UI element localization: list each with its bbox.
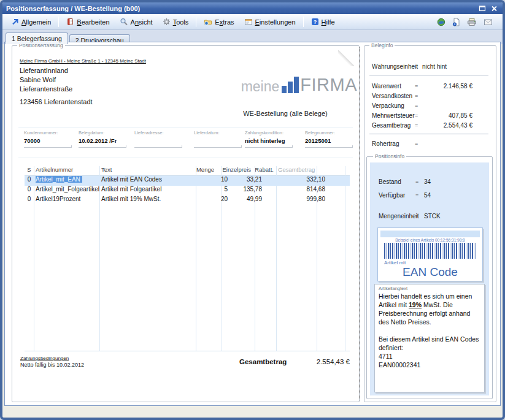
field-lieferdatum[interactable]: Lieferdatum: <box>194 130 245 148</box>
page-fold-corner <box>338 50 354 66</box>
row-label: Warenwert <box>372 83 401 90</box>
field-value: nicht hinterleg <box>245 137 296 145</box>
restore-button[interactable] <box>477 4 487 13</box>
barcode-card-header <box>380 231 480 237</box>
cell-s[interactable]: 0 <box>25 176 34 183</box>
company-logo: meine FIRMA <box>234 69 357 94</box>
menu-label: Bearbeiten <box>77 18 109 26</box>
row-label: Mengeneinheit <box>379 213 419 220</box>
paragraph-gap <box>379 326 480 335</box>
equals-sign: = <box>415 178 418 185</box>
cell-gesamtbetrag[interactable]: 332,10 <box>276 176 327 183</box>
artikellangtext-box[interactable]: Artikellangtext Hierbei handelt es sich … <box>374 284 485 392</box>
field-value: 70000 <box>24 137 75 145</box>
field-label: Kundennummer: <box>24 130 75 136</box>
menu-item-ansicht[interactable]: Ansicht <box>115 17 158 27</box>
column-header-einzelpreis[interactable]: Einzelpreis <box>222 166 253 173</box>
cell-einzelpreis[interactable]: 49,99 <box>222 196 264 202</box>
table-row[interactable]: 0 Artikel19Prozent Artikel mit 19% MwSt.… <box>25 196 350 205</box>
table-row-selected[interactable]: 0 Artikel_mit_EAN Artikel mit EAN Codes … <box>25 176 350 186</box>
equals-sign: = <box>415 63 418 69</box>
folder-ball-icon <box>204 18 212 26</box>
field-value <box>194 137 245 145</box>
address-line: LieferantInnland <box>20 66 72 75</box>
field-lieferadresse[interactable]: Lieferadresse: <box>134 130 186 148</box>
document-info-button[interactable] <box>452 18 460 26</box>
column-header-s[interactable]: S <box>25 166 34 173</box>
column-header-artikelnummer[interactable]: Artikelnummer <box>36 166 97 173</box>
field-label: Lieferadresse: <box>134 130 186 136</box>
toolbar-separator <box>58 17 59 27</box>
equals-sign: = <box>415 102 418 109</box>
cell-gesamtbetrag[interactable]: 999,80 <box>276 196 327 202</box>
group-label: Positionsinfo <box>373 153 406 159</box>
cell-text[interactable]: Artikel mit EAN Codes <box>101 176 193 183</box>
positionsinfo-row-verfuegbar: Verfügbar = 54 <box>370 192 489 200</box>
close-icon <box>491 6 498 12</box>
row-value: nicht hint <box>422 63 493 70</box>
magnifier-icon <box>120 18 128 26</box>
restore-icon <box>479 5 486 12</box>
cell-artikelnummer[interactable]: Artikel_mit_EAN <box>36 176 103 183</box>
menu-item-bearbeiten[interactable]: Bearbeiten <box>61 17 114 27</box>
table-row[interactable]: 0 Artikel_mit_Folgeartikel Artikel mit F… <box>25 186 350 196</box>
menu-item-hilfe[interactable]: ? Hilfe <box>306 17 340 27</box>
beleginfo-divider <box>369 75 488 75</box>
address-block: LieferantInnland Sabine Wolf Lieferanten… <box>20 66 72 94</box>
menu-item-einstellungen[interactable]: Einstellungen <box>239 17 301 27</box>
column-header-menge[interactable]: Menge <box>196 166 222 173</box>
cell-artikelnummer[interactable]: Artikel_mit_Folgeartikel <box>36 186 103 193</box>
cell-s[interactable]: 0 <box>25 196 34 202</box>
column-header-gesamtbetrag[interactable]: Gesamtbetrag <box>278 166 321 173</box>
menu-label: Tools <box>173 18 189 26</box>
payment-terms-link[interactable]: Zahlungsbedingungen <box>20 356 69 361</box>
window-title: Positionserfassung / WE-Bestellung (b00) <box>6 5 140 12</box>
menu-item-tools[interactable]: Tools <box>158 17 194 27</box>
field-underline <box>79 146 126 148</box>
positionserfassung-group: Positionserfassung Meine Firma GmbH - Me… <box>12 45 360 402</box>
equals-sign: = <box>415 93 418 99</box>
print-button[interactable] <box>467 18 477 26</box>
cell-gesamtbetrag[interactable]: 814,68 <box>276 186 327 193</box>
field-label: Belegdatum: <box>79 130 130 136</box>
cell-einzelpreis[interactable]: 135,78 <box>222 186 264 193</box>
column-header-rabatt[interactable]: Rabatt. <box>255 166 275 173</box>
field-underline <box>305 146 353 148</box>
fields-top-line <box>18 128 353 128</box>
menu-item-allgemein[interactable]: Allgemein <box>6 17 56 27</box>
cell-text[interactable]: Artikel mit 19% MwSt. <box>101 196 193 202</box>
edit-notebook-icon <box>66 18 74 26</box>
field-underline <box>24 146 72 148</box>
cell-artikelnummer[interactable]: Artikel19Prozent <box>36 196 103 202</box>
field-belegnummer[interactable]: Belegnummer: 20125001 <box>305 130 357 148</box>
menu-item-extras[interactable]: Extras <box>199 17 239 27</box>
equals-sign: = <box>415 192 418 198</box>
payment-terms-text: Netto fällig bis 10.02.2012 <box>20 362 84 368</box>
group-label: Beleginfo <box>369 42 395 48</box>
cell-einzelpreis[interactable]: 33,21 <box>222 176 264 183</box>
column-header-text[interactable]: Text <box>101 166 193 173</box>
equals-sign: = <box>415 140 418 147</box>
field-label: Lieferdatum: <box>194 130 245 136</box>
langtext-code: EAN00002341 <box>379 361 480 369</box>
mail-icon <box>484 18 493 26</box>
equals-sign: = <box>415 122 418 128</box>
row-value: 54 <box>424 192 431 199</box>
close-button[interactable] <box>489 4 499 13</box>
field-kundennummer[interactable]: Kundennummer: 70000 <box>24 130 75 148</box>
menu-label: Extras <box>215 18 234 26</box>
equals-sign: = <box>415 112 418 118</box>
toolbar-right-icons <box>437 18 499 26</box>
menu-label: Hilfe <box>322 18 335 26</box>
cell-text[interactable]: Artikel mit Folgeartikel <box>101 186 193 193</box>
tab-belegerfassung[interactable]: 1 Belegerfassung <box>6 32 68 44</box>
globe-button[interactable] <box>437 18 445 26</box>
mail-button[interactable] <box>484 18 493 26</box>
menu-bar: Allgemein Bearbeiten Ansicht Tool <box>2 14 503 30</box>
field-belegdatum[interactable]: Belegdatum: 10.02.2012 /Fr <box>79 130 130 148</box>
field-underline <box>134 146 182 148</box>
cell-s[interactable]: 0 <box>25 186 34 193</box>
field-zahlungskondition[interactable]: Zahlungskondition: nicht hinterleg <box>245 130 296 148</box>
artikellangtext-label: Artikellangtext <box>379 286 480 291</box>
pane-splitter[interactable] <box>359 47 360 400</box>
